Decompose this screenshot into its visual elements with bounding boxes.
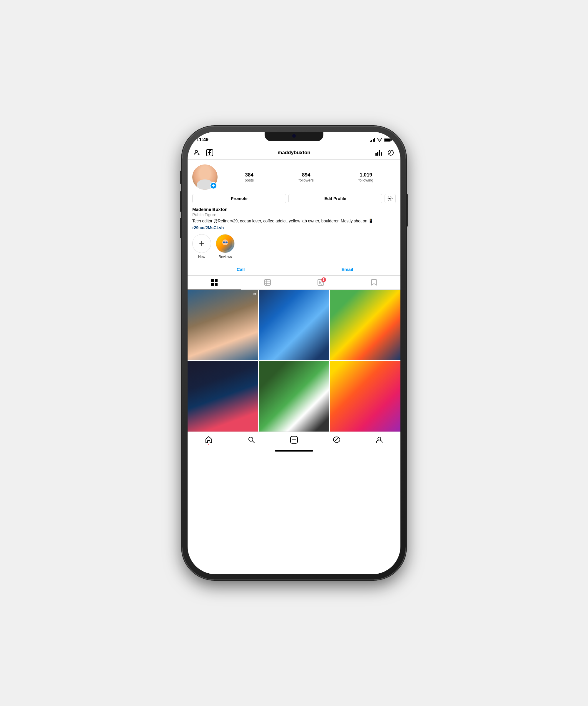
svg-point-36 bbox=[378, 437, 381, 440]
phone-mockup: 11:49 bbox=[182, 126, 406, 580]
svg-rect-9 bbox=[377, 152, 378, 156]
avatar-add-button[interactable]: + bbox=[210, 182, 217, 189]
svg-rect-21 bbox=[211, 283, 214, 286]
new-highlight-label: New bbox=[198, 255, 205, 259]
svg-rect-11 bbox=[381, 152, 382, 156]
grid-item-3[interactable] bbox=[330, 290, 401, 360]
svg-rect-3 bbox=[384, 139, 390, 141]
tab-reels[interactable] bbox=[241, 276, 294, 289]
bio-text: Tech editor @Refinery29, ocean lover, co… bbox=[192, 218, 396, 224]
tab-saved[interactable] bbox=[347, 276, 401, 289]
action-buttons: Promote Edit Profile bbox=[192, 194, 396, 203]
svg-point-4 bbox=[195, 150, 198, 153]
following-count: 1,019 bbox=[359, 172, 373, 178]
svg-point-0 bbox=[379, 141, 380, 142]
followers-count: 894 bbox=[299, 172, 314, 178]
svg-rect-19 bbox=[211, 279, 214, 282]
nav-create-button[interactable] bbox=[287, 435, 301, 445]
profile-top: + 384 posts 894 followers 1,019 bbox=[192, 164, 396, 190]
svg-rect-10 bbox=[379, 150, 380, 156]
tab-grid[interactable] bbox=[187, 276, 241, 289]
archive-button[interactable] bbox=[387, 149, 394, 157]
settings-button[interactable] bbox=[384, 194, 396, 203]
photo-grid: ⧉ bbox=[187, 290, 401, 432]
screen-content[interactable]: maddybuxton bbox=[187, 146, 401, 574]
svg-rect-23 bbox=[265, 279, 270, 285]
stats-row: 384 posts 894 followers 1,019 following bbox=[222, 172, 396, 182]
tab-tagged[interactable]: 1 bbox=[294, 276, 347, 289]
svg-point-13 bbox=[389, 198, 391, 199]
svg-rect-20 bbox=[215, 279, 218, 282]
followers-label: followers bbox=[299, 178, 314, 182]
grid-item-5[interactable] bbox=[259, 361, 329, 432]
email-button[interactable]: Email bbox=[294, 263, 401, 275]
phone-screen: 11:49 bbox=[187, 132, 401, 574]
grid-item-6[interactable] bbox=[330, 361, 401, 432]
highlight-new[interactable]: + New bbox=[192, 234, 211, 259]
promote-button[interactable]: Promote bbox=[192, 194, 286, 203]
svg-rect-2 bbox=[391, 139, 392, 141]
highlights-row: + New bbox=[187, 230, 401, 263]
volume-down-button bbox=[180, 218, 182, 238]
signal-icon bbox=[370, 138, 375, 142]
wifi-icon bbox=[377, 138, 382, 142]
top-nav: maddybuxton bbox=[187, 146, 401, 160]
contact-bar: Call Email bbox=[187, 263, 401, 276]
svg-rect-22 bbox=[215, 283, 218, 286]
add-person-button[interactable] bbox=[194, 149, 201, 157]
bio-link[interactable]: r29.co/2MsCLvh bbox=[192, 225, 396, 230]
power-button bbox=[406, 194, 408, 227]
posts-stat[interactable]: 384 posts bbox=[245, 172, 254, 182]
bio-category: Public Figure bbox=[192, 212, 396, 217]
multi-photo-icon: ⧉ bbox=[253, 291, 256, 297]
insights-button[interactable] bbox=[375, 149, 382, 157]
nav-activity-button[interactable] bbox=[329, 435, 344, 445]
volume-up-button bbox=[180, 191, 182, 212]
bio-name: Madeline Buxton bbox=[192, 207, 396, 212]
status-time: 11:49 bbox=[196, 137, 208, 143]
following-label: following bbox=[359, 178, 373, 182]
home-indicator bbox=[187, 446, 401, 455]
nav-left bbox=[194, 149, 213, 157]
svg-rect-8 bbox=[375, 153, 377, 156]
call-button[interactable]: Call bbox=[187, 263, 294, 275]
posts-count: 384 bbox=[245, 172, 254, 178]
nav-username: maddybuxton bbox=[278, 150, 310, 156]
edit-profile-button[interactable]: Edit Profile bbox=[288, 194, 382, 203]
home-dot bbox=[208, 444, 209, 445]
nav-search-button[interactable] bbox=[244, 435, 259, 445]
tagged-badge: 1 bbox=[321, 277, 326, 282]
following-stat[interactable]: 1,019 following bbox=[359, 172, 373, 182]
svg-point-28 bbox=[319, 281, 321, 283]
grid-item-4[interactable] bbox=[187, 361, 258, 432]
nav-home-button[interactable] bbox=[201, 435, 216, 445]
silent-switch bbox=[180, 171, 182, 184]
facebook-button[interactable] bbox=[206, 149, 213, 157]
followers-stat[interactable]: 894 followers bbox=[299, 172, 314, 182]
new-highlight-circle[interactable]: + bbox=[192, 234, 211, 253]
nav-right bbox=[375, 149, 394, 157]
profile-section: + 384 posts 894 followers 1,019 bbox=[187, 160, 401, 230]
grid-item-1[interactable]: ⧉ bbox=[187, 290, 258, 360]
svg-rect-17 bbox=[225, 241, 227, 243]
reviews-highlight-circle[interactable] bbox=[216, 234, 235, 253]
posts-label: posts bbox=[245, 178, 254, 182]
highlight-reviews[interactable]: Reviews bbox=[216, 234, 235, 259]
bottom-nav bbox=[187, 432, 401, 446]
svg-line-32 bbox=[252, 441, 254, 443]
home-bar bbox=[275, 450, 313, 452]
nav-profile-button[interactable] bbox=[372, 435, 387, 445]
notch bbox=[265, 132, 323, 141]
svg-rect-16 bbox=[223, 241, 225, 243]
avatar-wrap[interactable]: + bbox=[192, 164, 218, 190]
grid-item-2[interactable] bbox=[259, 290, 329, 360]
reviews-highlight-label: Reviews bbox=[218, 255, 232, 259]
content-tabs: 1 bbox=[187, 276, 401, 290]
battery-icon bbox=[384, 138, 392, 142]
status-icons bbox=[370, 138, 392, 142]
